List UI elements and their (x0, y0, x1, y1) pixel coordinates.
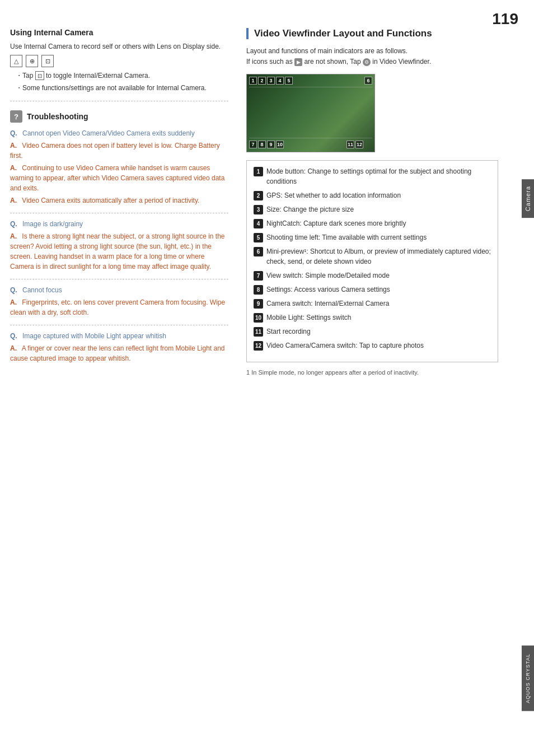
vf-line-bottom (249, 138, 372, 138)
qa-q-text-1: Cannot open Video Camera/Video Camera ex… (22, 129, 195, 137)
icon-camera-small: ▶ (294, 58, 302, 66)
a-label-3a: A. (10, 298, 17, 306)
internal-camera-body: Use Internal Camera to record self or ot… (10, 41, 228, 52)
func-num-1: 1 (254, 167, 263, 176)
qa-a-1a: A. Video Camera does not open if battery… (10, 141, 228, 161)
right-desc-line2b: are not shown, Tap (304, 58, 363, 66)
viewfinder-graphic: 1 2 3 4 5 6 7 8 9 10 11 12 (246, 74, 375, 152)
qa-item-3: Q. Cannot focus A. Fingerprints, etc. on… (10, 285, 228, 325)
page-number: 119 (492, 10, 518, 28)
right-desc-line2: If icons such as (246, 58, 294, 66)
right-desc: Layout and functions of main indicators … (246, 46, 498, 67)
qa-q-1: Q. Cannot open Video Camera/Video Camera… (10, 128, 228, 138)
func-num-9: 9 (254, 299, 263, 309)
qa-a-1c: A. Video Camera exits automatically afte… (10, 195, 228, 206)
vf-num-6: 6 (364, 77, 372, 85)
a-label-1c: A. (10, 197, 17, 204)
right-column: Video Viewfinder Layout and Functions La… (246, 28, 515, 377)
trouble-badge: ? (10, 110, 22, 123)
qa-item-4: Q. Image captured with Mobile Light appe… (10, 331, 228, 371)
func-text-11: Start recording (266, 326, 491, 337)
troubleshooting-section: ? Troubleshooting Q. Cannot open Video C… (10, 110, 228, 371)
q-label-2: Q. (10, 220, 17, 228)
func-text-5: Shooting time left: Time available with … (266, 232, 491, 242)
functions-box: 1 Mode button: Change to settings optima… (246, 160, 498, 362)
func-item-12: 12 Video Camera/Camera switch: Tap to ca… (254, 340, 491, 351)
qa-item-1: Q. Cannot open Video Camera/Video Camera… (10, 128, 228, 213)
func-item-6: 6 Mini-preview¹: Shortcut to Album, or p… (254, 246, 491, 267)
func-item-1: 1 Mode button: Change to settings optima… (254, 166, 491, 186)
left-column: Using Internal Camera Use Internal Camer… (10, 28, 228, 376)
func-item-10: 10 Mobile Light: Settings switch (254, 312, 491, 323)
vf-num-2: 2 (258, 77, 266, 85)
qa-a-2a: A. Is there a strong light near the subj… (10, 231, 228, 272)
vf-num-7: 7 (249, 141, 257, 148)
bullet-not-available: ・Some functions/settings are not availab… (16, 83, 228, 93)
internal-camera-section: Using Internal Camera Use Internal Camer… (10, 28, 228, 101)
vf-top-bar: 1 2 3 4 5 (249, 77, 372, 85)
qa-q-4: Q. Image captured with Mobile Light appe… (10, 331, 228, 341)
a-label-1a: A. (10, 142, 17, 150)
func-text-6: Mini-preview¹: Shortcut to Album, or pre… (266, 246, 491, 267)
right-header: Video Viewfinder Layout and Functions (246, 28, 498, 39)
vf-num-11: 11 (346, 141, 354, 148)
func-text-1: Mode button: Change to settings optimal … (266, 166, 491, 186)
a-label-1b: A. (10, 164, 17, 172)
func-list: 1 Mode button: Change to settings optima… (254, 166, 491, 351)
func-num-5: 5 (254, 233, 263, 242)
qa-a-text-1b: Continuing to use Video Camera while han… (10, 164, 224, 192)
vf-num-1: 1 (249, 77, 257, 85)
vf-num-12: 12 (355, 141, 363, 148)
icon-square: ⊡ (41, 55, 54, 67)
a-label-2a: A. (10, 232, 17, 240)
func-num-8: 8 (254, 285, 263, 295)
internal-camera-icons: △ ⊕ ⊡ (10, 55, 228, 67)
vf-num-8: 8 (258, 141, 266, 148)
q-label-1: Q. (10, 129, 17, 137)
side-tab-brand: AQUOS CRYSTAL (522, 646, 534, 711)
func-num-10: 10 (254, 313, 263, 323)
qa-a-4a: A. A finger or cover near the lens can r… (10, 343, 228, 363)
func-num-12: 12 (254, 341, 263, 351)
func-num-3: 3 (254, 205, 263, 214)
a-label-4a: A. (10, 344, 17, 352)
func-text-4: NightCatch: Capture dark scenes more bri… (266, 218, 491, 228)
trouble-title-row: ? Troubleshooting (10, 110, 228, 123)
qa-a-text-1c: Video Camera exits automatically after a… (22, 197, 199, 204)
footnote: 1 In Simple mode, no longer appears afte… (246, 368, 498, 377)
func-num-2: 2 (254, 191, 263, 200)
func-text-2: GPS: Set whether to add location informa… (266, 190, 491, 200)
qa-a-text-3a: Fingerprints, etc. on lens cover prevent… (10, 298, 225, 316)
func-item-8: 8 Settings: Access various Camera settin… (254, 284, 491, 295)
qa-q-text-3: Cannot focus (22, 286, 62, 294)
icon-triangle: △ (10, 55, 22, 67)
vf-num-9: 9 (267, 141, 275, 148)
func-text-10: Mobile Light: Settings switch (266, 312, 491, 323)
func-num-6: 6 (254, 247, 263, 256)
qa-q-3: Q. Cannot focus (10, 285, 228, 295)
qa-a-text-4a: A finger or cover near the lens can refl… (10, 344, 225, 362)
func-item-7: 7 View switch: Simple mode/Detailed mode (254, 270, 491, 281)
func-text-8: Settings: Access various Camera settings (266, 284, 491, 295)
icon-camera-round: ⚙ (363, 58, 371, 66)
qa-q-2: Q. Image is dark/grainy (10, 219, 228, 229)
bullet-toggle: ・Tap ⊡ to toggle Internal/External Camer… (16, 71, 228, 81)
vf-num-4: 4 (276, 77, 284, 85)
func-text-9: Camera switch: Internal/External Camera (266, 298, 491, 309)
vf-num-10: 10 (276, 141, 284, 148)
vf-line-top (249, 87, 372, 87)
qa-a-3a: A. Fingerprints, etc. on lens cover prev… (10, 297, 228, 318)
right-desc-line2c: in Video Viewfinder. (372, 58, 431, 66)
trouble-title: Troubleshooting (27, 112, 88, 121)
func-item-4: 4 NightCatch: Capture dark scenes more b… (254, 218, 491, 228)
vf-num-3: 3 (267, 77, 275, 85)
func-num-4: 4 (254, 219, 263, 228)
qa-a-text-2a: Is there a strong light near the subject… (10, 232, 225, 270)
func-item-2: 2 GPS: Set whether to add location infor… (254, 190, 491, 200)
right-header-title: Video Viewfinder Layout and Functions (254, 28, 432, 39)
qa-a-1b: A. Continuing to use Video Camera while … (10, 163, 228, 193)
q-label-4: Q. (10, 332, 17, 340)
qa-q-text-4: Image captured with Mobile Light appear … (22, 332, 166, 340)
func-item-5: 5 Shooting time left: Time available wit… (254, 232, 491, 242)
icon-circle-plus: ⊕ (26, 55, 38, 67)
